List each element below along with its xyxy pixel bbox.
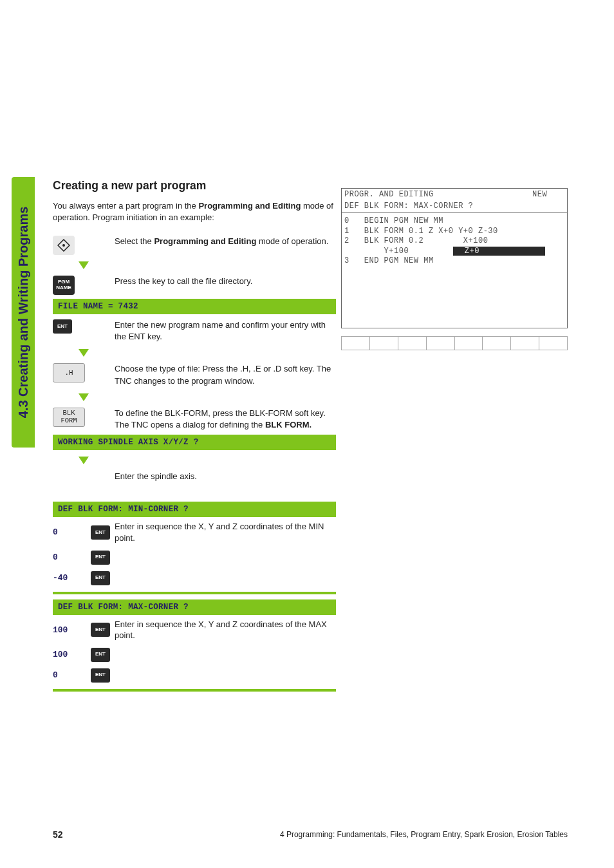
min-coord-row: 0 ENT Enter in sequence the X, Y and Z c…: [53, 521, 336, 543]
ent-key-icon: ENT: [91, 648, 110, 662]
screenshot-header: PROGR. AND EDITING NEW: [341, 188, 568, 202]
ent-key-icon: ENT: [91, 571, 110, 585]
prompt-spindle-axis: WORKING SPINDLE AXIS X/Y/Z ?: [53, 435, 336, 450]
divider: [53, 689, 336, 692]
svg-marker-3: [79, 349, 89, 357]
footer-text: 4 Programming: Fundamentals, Files, Prog…: [280, 830, 568, 839]
arrow-connector: [53, 391, 336, 402]
ent-key-icon: ENT: [91, 623, 110, 637]
min-coord-row: -40 ENT: [53, 571, 336, 585]
tnc-screenshot: PROGR. AND EDITING NEW DEF BLK FORM: MAX…: [341, 188, 568, 350]
page-number: 52: [53, 829, 63, 840]
svg-point-1: [62, 244, 65, 247]
section-tab-label: 4.3 Creating and Writing Programs: [16, 207, 31, 419]
max-coord-row: 100 ENT Enter in sequence the X, Y and Z…: [53, 619, 336, 641]
arrow-connector: [53, 454, 336, 466]
arrow-connector: [53, 259, 336, 270]
softkey-blk-form: BLK FORM: [53, 408, 85, 427]
max-coord-row: 0 ENT: [53, 668, 336, 683]
pgm-name-key-icon: PGM NAME: [53, 276, 75, 295]
svg-marker-4: [79, 393, 89, 401]
max-coord-row: 100 ENT: [53, 648, 336, 662]
min-coord-row: 0 ENT: [53, 551, 336, 565]
screenshot-body: 0 BEGIN PGM NEW MM1 BLK FORM 0.1 Z X+0 Y…: [341, 212, 568, 328]
screenshot-softkey-row: [341, 336, 568, 350]
step-spindle-axis: Enter the spindle axis.: [53, 469, 336, 482]
page-heading: Creating a new part program: [53, 179, 336, 193]
step-enter-name: ENT Enter the new program name and confi…: [53, 318, 336, 343]
ent-key-icon: ENT: [53, 319, 72, 334]
softkey-h: .H: [53, 363, 85, 382]
intro-text: You always enter a part program in the P…: [53, 200, 336, 223]
mode-key-icon: [53, 236, 75, 255]
page-footer: 52 4 Programming: Fundamentals, Files, P…: [53, 829, 568, 840]
svg-marker-5: [79, 457, 89, 464]
section-tab: 4.3 Creating and Writing Programs: [12, 177, 35, 448]
step-select-mode: Select the Programming and Editing mode …: [53, 234, 336, 255]
screenshot-subheader: DEF BLK FORM: MAX-CORNER ?: [341, 202, 568, 212]
prompt-min-corner: DEF BLK FORM: MIN-CORNER ?: [53, 502, 336, 517]
svg-marker-2: [79, 261, 89, 269]
step-pgm-name: PGM NAME Press the key to call the file …: [53, 274, 336, 295]
step-file-type: .H Choose the type of file: Press the .H…: [53, 362, 336, 386]
divider: [53, 592, 336, 594]
prompt-file-name: FILE NAME = 7432: [53, 299, 336, 314]
step-blk-form: BLK FORM To define the BLK-FORM, press t…: [53, 406, 336, 431]
prompt-max-corner: DEF BLK FORM: MAX-CORNER ?: [53, 599, 336, 615]
ent-key-icon: ENT: [91, 551, 110, 565]
content-column: Creating a new part program You always e…: [53, 179, 336, 710]
arrow-connector: [53, 346, 336, 358]
ent-key-icon: ENT: [91, 525, 110, 540]
ent-key-icon: ENT: [91, 668, 110, 683]
